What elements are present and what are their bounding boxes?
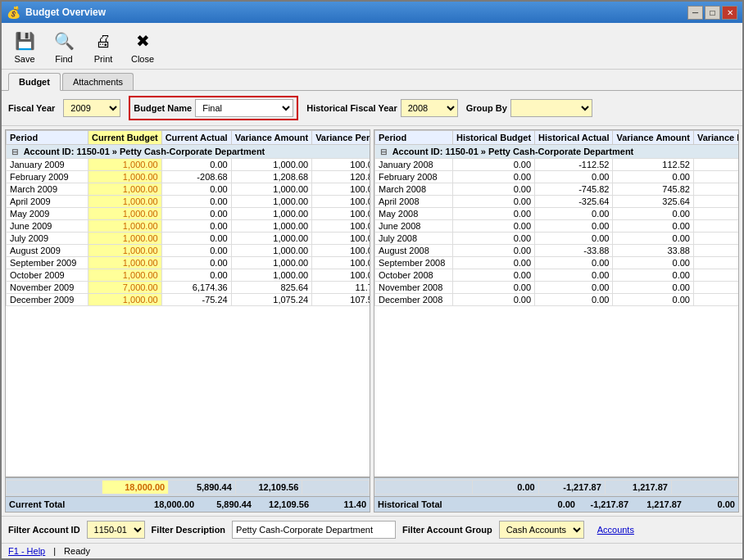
- title-bar-left: 💰 Budget Overview: [7, 6, 106, 19]
- hist-actual-cell: -325.64: [535, 196, 613, 208]
- hist-actual-cell: 0.00: [535, 257, 613, 269]
- current-budget-cell: 1,000.00: [88, 245, 162, 257]
- find-button[interactable]: 🔍 Find: [48, 26, 80, 65]
- maximize-button[interactable]: □: [705, 6, 720, 20]
- historical-table-scroll[interactable]: Period Historical Budget Historical Actu…: [374, 130, 738, 476]
- historical-totals-bar: 0.00 -1,217.87 1,217.87: [374, 476, 738, 496]
- current-actual-cell: -75.24: [161, 294, 231, 306]
- hist-budget-cell: 0.00: [453, 245, 535, 257]
- accounts-link[interactable]: Accounts: [597, 525, 634, 535]
- expand-icon[interactable]: ⊟: [11, 147, 18, 156]
- bottom-filter-bar: Filter Account ID 1150-01 Filter Descrip…: [2, 516, 742, 543]
- print-icon: 🖨: [90, 28, 116, 54]
- current-table-row: May 2009 1,000.00 0.00 1,000.00 100.00 %: [7, 208, 370, 220]
- minimize-button[interactable]: ─: [687, 6, 703, 20]
- hist-totals-budget: 0.00: [472, 481, 538, 495]
- current-table-row: September 2009 1,000.00 0.00 1,000.00 10…: [7, 257, 370, 269]
- hist-actual-cell: -745.82: [535, 183, 613, 196]
- tab-attachments[interactable]: Attachments: [62, 73, 134, 90]
- close-window-button[interactable]: ✕: [722, 6, 737, 20]
- find-label: Find: [55, 54, 72, 64]
- hist-variance-pct-cell: 0.00 %: [693, 220, 738, 233]
- current-table-row: November 2009 7,000.00 6,174.36 825.64 1…: [7, 282, 370, 294]
- main-window: 💰 Budget Overview ─ □ ✕ 💾 Save 🔍 Find 🖨 …: [0, 0, 744, 560]
- historical-table-row: July 2008 0.00 0.00 0.00 0.00 %: [375, 233, 739, 245]
- hist-budget-cell: 0.00: [453, 269, 535, 282]
- filter-bar: Fiscal Year 2009 Budget Name Final Histo…: [2, 91, 742, 126]
- current-variance-pct-cell: 100.00 %: [312, 233, 370, 245]
- budget-name-select[interactable]: Final: [195, 99, 293, 117]
- current-totals-bar: 18,000.00 5,890.44 12,109.56: [6, 476, 370, 496]
- historical-fiscal-year-select[interactable]: 2008: [401, 99, 458, 117]
- hist-variance-pct-cell: 0.00 %: [693, 233, 738, 245]
- window-title: Budget Overview: [25, 7, 106, 18]
- tab-budget[interactable]: Budget: [8, 73, 61, 91]
- current-variance-amt-cell: 1,000.00: [231, 159, 311, 171]
- current-budget-cell: 1,000.00: [88, 196, 162, 208]
- historical-table-row: November 2008 0.00 0.00 0.00 0.00 %: [375, 282, 739, 294]
- hist-period-cell: September 2008: [375, 257, 453, 269]
- hist-variance-amt-cell: 0.00: [613, 257, 693, 269]
- current-period-cell: March 2009: [7, 183, 88, 196]
- hist-totals-variance-amt: 1,217.87: [605, 481, 671, 495]
- hist-budget-cell: 0.00: [453, 294, 535, 306]
- save-button[interactable]: 💾 Save: [8, 26, 41, 65]
- current-table-row: February 2009 1,000.00 -208.68 1,208.68 …: [7, 171, 370, 183]
- current-variance-amt-cell: 1,075.24: [231, 294, 311, 306]
- group-by-select[interactable]: [510, 99, 592, 117]
- current-actual-cell: -208.68: [161, 171, 231, 183]
- current-table-row: July 2009 1,000.00 0.00 1,000.00 100.00 …: [7, 233, 370, 245]
- hist-budget-cell: 0.00: [453, 196, 535, 208]
- historical-fiscal-year-label: Historical Fiscal Year: [306, 103, 397, 113]
- hist-actual-cell: 0.00: [535, 282, 613, 294]
- current-variance-amt-cell: 1,000.00: [231, 220, 311, 233]
- hist-variance-amt-cell: 0.00: [613, 269, 693, 282]
- close-button[interactable]: ✖ Close: [126, 26, 159, 65]
- hist-actual-cell: 0.00: [535, 220, 613, 233]
- hist-period-cell: July 2008: [375, 233, 453, 245]
- filter-account-group-select[interactable]: Cash Accounts: [499, 521, 584, 539]
- hist-expand-icon[interactable]: ⊟: [380, 147, 387, 156]
- hist-actual-cell: 0.00: [535, 269, 613, 282]
- hist-period-cell: August 2008: [375, 245, 453, 257]
- hist-actual-cell: 0.00: [535, 208, 613, 220]
- help-link[interactable]: F1 - Help: [8, 546, 45, 556]
- filter-description-input[interactable]: [232, 521, 396, 539]
- hist-period-cell: December 2008: [375, 294, 453, 306]
- close-icon: ✖: [129, 28, 156, 54]
- hist-variance-pct-cell: 0.00 %: [693, 171, 738, 183]
- filter-account-id-select[interactable]: 1150-01: [87, 521, 145, 539]
- current-period-cell: February 2009: [7, 171, 88, 183]
- current-budget-cell: 1,000.00: [88, 294, 162, 306]
- current-actual-cell: 0.00: [161, 233, 231, 245]
- historical-table-row: October 2008 0.00 0.00 0.00 0.00 %: [375, 269, 739, 282]
- tables-row: Period Current Budget Current Actual Var…: [5, 129, 739, 513]
- current-variance-pct-cell: 107.52 %: [312, 294, 370, 306]
- current-period-cell: June 2009: [7, 220, 88, 233]
- current-table-row: January 2009 1,000.00 0.00 1,000.00 100.…: [7, 159, 370, 171]
- current-variance-pct-cell: 100.00 %: [312, 208, 370, 220]
- historical-total-variance-pct: 0.00: [682, 499, 735, 509]
- current-totals-variance-amt: 12,109.56: [235, 481, 302, 495]
- historical-total-footer: Historical Total 0.00 -1,217.87 1,217.87…: [374, 496, 738, 512]
- current-period-header: Period: [7, 131, 88, 145]
- hist-period-cell: April 2008: [375, 196, 453, 208]
- hist-variance-amt-cell: 112.52: [613, 159, 693, 171]
- current-variance-pct-cell: 100.00 %: [312, 159, 370, 171]
- current-table-scroll[interactable]: Period Current Budget Current Actual Var…: [6, 130, 370, 476]
- current-table: Period Current Budget Current Actual Var…: [6, 130, 370, 306]
- hist-variance-pct-cell: 0.00 %: [693, 208, 738, 220]
- current-variance-pct-cell: 100.00 %: [312, 269, 370, 282]
- hist-variance-pct-cell: 0.00 %: [693, 159, 738, 171]
- hist-period-cell: January 2008: [375, 159, 453, 171]
- fiscal-year-select[interactable]: 2009: [63, 99, 120, 117]
- hist-variance-amt-cell: 33.88: [613, 245, 693, 257]
- hist-variance-amt-cell: 325.64: [613, 196, 693, 208]
- current-totals-budget: 18,000.00: [102, 481, 169, 495]
- current-budget-cell: 1,000.00: [88, 183, 162, 196]
- print-button[interactable]: 🖨 Print: [87, 26, 120, 65]
- save-icon: 💾: [11, 28, 38, 54]
- hist-budget-cell: 0.00: [453, 220, 535, 233]
- hist-fiscal-year-group: Historical Fiscal Year 2008: [306, 99, 457, 117]
- historical-table-row: August 2008 0.00 -33.88 33.88 0.00 %: [375, 245, 739, 257]
